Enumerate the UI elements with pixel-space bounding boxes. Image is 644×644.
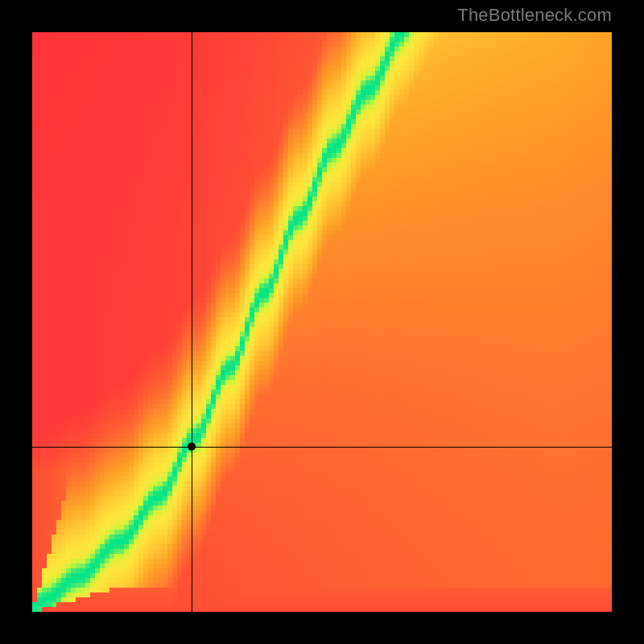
bottleneck-heatmap	[32, 32, 612, 612]
watermark-label: TheBottleneck.com	[457, 5, 612, 26]
chart-frame: TheBottleneck.com	[0, 0, 644, 644]
